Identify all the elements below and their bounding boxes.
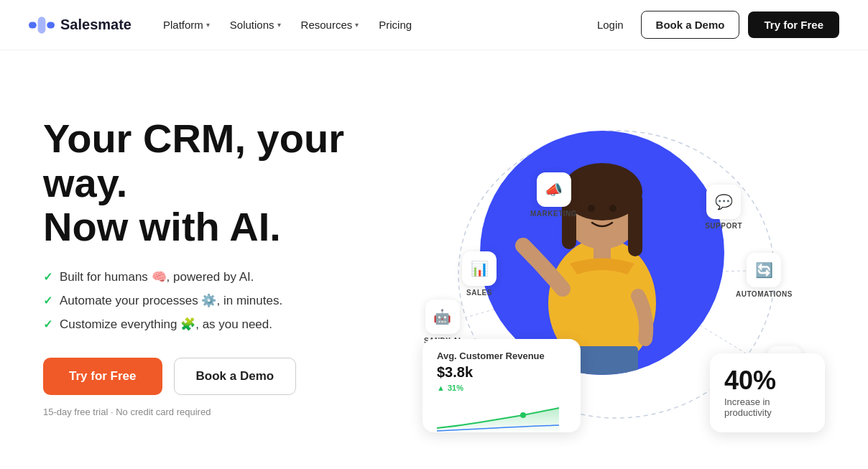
svg-rect-14 [628,192,642,256]
hero-heading: Your CRM, your way. Now with AI. [43,116,388,249]
platform-chevron: ▾ [206,21,210,29]
svg-point-19 [520,412,526,418]
check-icon-1: ✓ [43,270,52,284]
try-free-button[interactable]: Try for Free [748,11,839,38]
nav-solutions[interactable]: Solutions ▾ [221,13,290,37]
hero-section: Your CRM, your way. Now with AI. ✓ Built… [0,50,868,469]
book-demo-button[interactable]: Book a Demo [641,11,740,39]
nav-resources[interactable]: Resources ▾ [292,13,368,37]
sales-label: SALES [466,289,492,297]
productivity-card: 40% Increase in productivity [710,353,825,432]
feature-3-text: Customize everything 🧩, as you need. [60,317,272,332]
heading-line2: Now with AI. [43,204,281,249]
sales-icon-box: 📊 [462,251,497,286]
revenue-chart [437,401,566,433]
hero-visual: 🤖 SANDY AI 📊 SALES 📣 MARKETING 💬 SUPPORT [408,88,825,447]
revenue-badge: ▲ 31% [437,384,463,392]
automations-icon-box: 🔄 [747,253,781,287]
solutions-label: Solutions [230,19,274,31]
heading-line1: Your CRM, your way. [43,116,344,205]
trial-note: 15-day free trial · No credit card requi… [43,407,388,417]
marketing-node: 📣 MARKETING [530,172,577,218]
support-label: SUPPORT [705,222,742,230]
productivity-label2: productivity [724,407,772,418]
productivity-label: Increase in productivity [724,396,772,418]
resources-chevron: ▾ [355,21,359,29]
brand-name: Salesmate [60,17,131,33]
productivity-value: 40% [724,368,776,394]
sales-node: 📊 SALES [462,251,497,297]
check-icon-2: ✓ [43,294,52,307]
hero-features: ✓ Built for humans 🧠, powered by AI. ✓ A… [43,269,388,332]
hero-cta: Try for Free Book a Demo [43,358,388,395]
marketing-icon: 📣 [545,181,563,198]
hero-book-demo-button[interactable]: Book a Demo [174,358,297,395]
nav-platform[interactable]: Platform ▾ [154,13,218,37]
logo-icon [29,17,55,34]
pricing-label: Pricing [379,19,412,31]
nav-pricing[interactable]: Pricing [370,13,420,37]
feature-2: ✓ Automate your processes ⚙️, in minutes… [43,293,388,308]
login-button[interactable]: Login [588,13,632,37]
feature-1-text: Built for humans 🧠, powered by AI. [60,269,254,284]
woman-illustration [502,131,703,375]
support-icon: 💬 [715,193,733,210]
feature-2-text: Automate your processes ⚙️, in minutes. [60,293,282,308]
automations-label: AUTOMATIONS [736,290,793,298]
sandy-ai-node: 🤖 SANDY AI [424,299,461,345]
feature-1: ✓ Built for humans 🧠, powered by AI. [43,269,388,284]
sales-icon: 📊 [471,260,489,277]
platform-label: Platform [163,19,203,31]
nav-right: Login Book a Demo Try for Free [588,11,839,39]
productivity-label1: Increase in [724,396,770,407]
revenue-card: Avg. Customer Revenue $3.8k ▲ 31% [423,339,581,432]
automations-icon: 🔄 [755,261,773,279]
svg-rect-15 [594,242,611,260]
svg-rect-0 [29,22,37,28]
support-node: 💬 SUPPORT [705,185,742,230]
svg-point-17 [588,205,595,212]
revenue-title: Avg. Customer Revenue [437,350,566,361]
automations-node: 🔄 AUTOMATIONS [736,253,793,298]
revenue-change: 31% [448,384,463,392]
marketing-label: MARKETING [530,210,577,218]
check-icon-3: ✓ [43,317,52,331]
solutions-chevron: ▾ [277,21,281,29]
logo[interactable]: Salesmate [29,17,131,34]
nav-left: Salesmate Platform ▾ Solutions ▾ Resourc… [29,13,420,37]
up-arrow-icon: ▲ [437,384,445,392]
svg-rect-1 [38,17,46,33]
revenue-value: $3.8k [437,364,566,381]
hero-left: Your CRM, your way. Now with AI. ✓ Built… [43,116,388,417]
svg-point-18 [609,205,617,212]
feature-3: ✓ Customize everything 🧩, as you need. [43,317,388,332]
nav-links: Platform ▾ Solutions ▾ Resources ▾ Prici… [154,13,420,37]
svg-rect-2 [47,22,55,28]
hero-try-free-button[interactable]: Try for Free [43,358,162,395]
sandy-ai-icon-box: 🤖 [425,299,460,334]
hero-image-circle [480,131,724,375]
navbar: Salesmate Platform ▾ Solutions ▾ Resourc… [0,0,868,50]
sandy-ai-icon: 🤖 [433,308,451,325]
resources-label: Resources [301,19,353,31]
support-icon-box: 💬 [706,185,741,219]
marketing-icon-box: 📣 [537,172,571,207]
